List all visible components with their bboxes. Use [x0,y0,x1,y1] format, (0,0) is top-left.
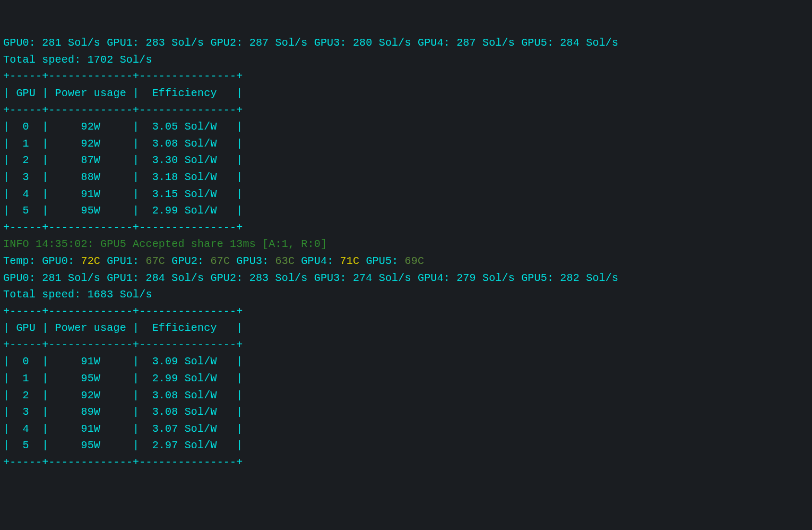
table-row: | 3 | 88W | 3.18 Sol/W | [3,171,243,183]
temp-gpu-val: 72C [81,255,100,267]
temp-gpu-val: 67C [211,255,230,267]
gpu-speed-line-2: GPU0: 281 Sol/s GPU1: 284 Sol/s GPU2: 28… [3,272,618,284]
temp-line: Temp: GPU0: 72C GPU1: 67C GPU2: 67C GPU3… [3,255,424,267]
table-row: | 2 | 87W | 3.30 Sol/W | [3,154,243,166]
table-row: | 3 | 89W | 3.08 Sol/W | [3,406,243,418]
temp-gpu-name: GPU5: [366,255,404,267]
table-row: | 5 | 95W | 2.97 Sol/W | [3,439,243,451]
temp-gpu-name: GPU3: [236,255,275,267]
temp-gpu-name: GPU0: [42,255,81,267]
temp-gpu-val: 69C [405,255,425,267]
temp-gpu-val: 63C [275,255,295,267]
temp-gpu-name: GPU1: [107,255,145,267]
total-speed-2: Total speed: 1683 Sol/s [3,288,152,301]
table-border: +-----+-------------+---------------+ [3,221,243,234]
table-border: +-----+-------------+---------------+ [3,339,243,351]
table-border: +-----+-------------+---------------+ [3,70,243,82]
temp-gpu-name: GPU2: [171,255,210,267]
temp-gpu-val: 71C [340,255,360,267]
table-row: | 5 | 95W | 2.99 Sol/W | [3,204,243,217]
gpu-speed-line-1: GPU0: 281 Sol/s GPU1: 283 Sol/s GPU2: 28… [3,37,618,49]
info-prefix: INFO 14:35:02: [3,238,100,250]
table-header: | GPU | Power usage | Efficiency | [3,322,243,334]
table-border: +-----+-------------+---------------+ [3,104,243,116]
table-header: | GPU | Power usage | Efficiency | [3,87,243,99]
temp-label: Temp: [3,255,42,267]
table-row: | 1 | 95W | 2.99 Sol/W | [3,372,243,384]
total-speed-1: Total speed: 1702 Sol/s [3,54,152,66]
temp-gpu-val: 67C [145,255,165,267]
table-row: | 2 | 92W | 3.08 Sol/W | [3,389,243,401]
info-msg: GPU5 Accepted share 13ms [A:1, R:0] [100,238,327,250]
table-row: | 0 | 92W | 3.05 Sol/W | [3,121,243,133]
table-border: +-----+-------------+---------------+ [3,305,243,318]
table-row: | 1 | 92W | 3.08 Sol/W | [3,138,243,150]
table-row: | 4 | 91W | 3.15 Sol/W | [3,188,243,200]
table-border: +-----+-------------+---------------+ [3,456,243,468]
temp-gpu-name: GPU4: [301,255,340,267]
terminal-output: { "block1": { "speedline": "GPU0: 281 So… [0,0,812,506]
table-row: | 0 | 91W | 3.09 Sol/W | [3,355,243,367]
table-row: | 4 | 91W | 3.07 Sol/W | [3,423,243,435]
info-line: INFO 14:35:02: GPU5 Accepted share 13ms … [3,238,327,250]
